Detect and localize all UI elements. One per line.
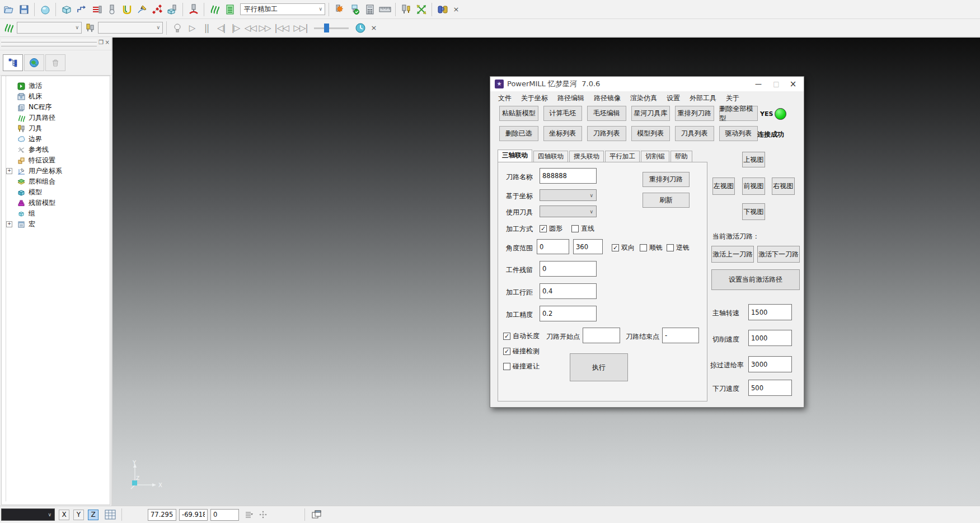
coordinate-x-input[interactable] [148, 509, 176, 521]
axis-x-button[interactable]: X [59, 510, 69, 520]
coord-dropdown[interactable]: ∨ [540, 189, 597, 201]
toolpath-select-dropdown[interactable]: ∨ [17, 22, 82, 34]
rewind-button[interactable]: ◁◁ [243, 23, 257, 33]
activate-next-toolpath-button[interactable]: 激活下一刀路 [757, 246, 800, 263]
menu-settings[interactable]: 设置 [667, 94, 680, 103]
sidebar-item-tools[interactable]: 刀具 [5, 123, 110, 134]
sidebar-item-boundaries[interactable]: 边界 [5, 134, 110, 144]
nc-list-icon[interactable] [223, 2, 237, 17]
paste-new-model-button[interactable]: 粘贴新模型 [499, 106, 538, 121]
checkbox-box[interactable] [667, 244, 674, 251]
drag-handle-icon[interactable] [256, 507, 270, 522]
tab-4axis[interactable]: 四轴联动 [533, 151, 568, 162]
checkbox-box[interactable]: ✓ [503, 333, 510, 340]
sidebar-item-models[interactable]: 模型 [5, 187, 110, 198]
tool-list-button[interactable]: 刀具列表 [675, 126, 714, 141]
slider-handle[interactable] [324, 24, 329, 32]
tool-select-dropdown[interactable]: ∨ [98, 22, 163, 34]
refresh-button[interactable]: 刷新 [643, 193, 690, 208]
delete-selected-button[interactable]: 删除已选 [499, 126, 538, 141]
render-ball-icon[interactable] [38, 2, 52, 17]
collision-check-icon[interactable] [120, 2, 134, 17]
delete-all-models-button[interactable]: 删除全部模型 [719, 106, 758, 121]
tool-pair-icon[interactable] [83, 21, 97, 35]
sim-clock-icon[interactable] [353, 21, 367, 35]
pattern-icon[interactable] [90, 2, 104, 17]
tool-pair-icon[interactable] [399, 2, 413, 17]
checkbox-box[interactable] [571, 225, 579, 232]
tab-help[interactable]: 帮助 [670, 151, 692, 162]
drive-list-button[interactable]: 驱动列表 [719, 126, 758, 141]
checkbox-collision-check[interactable]: ✓碰撞检测 [503, 347, 540, 356]
axis-y-button[interactable]: Y [73, 510, 84, 520]
model-list-button[interactable]: 模型列表 [631, 126, 670, 141]
coordinate-z-input[interactable] [210, 509, 239, 521]
drill-arc-icon[interactable] [186, 2, 200, 17]
checkbox-conventional[interactable]: 逆铣 [667, 243, 690, 253]
tab-explorer-world[interactable] [24, 54, 44, 71]
tab-saw[interactable]: 切割锯 [641, 151, 669, 162]
view-bottom-button[interactable]: 下视图 [742, 203, 765, 220]
fast-forward-button[interactable]: ▷▷ [258, 23, 271, 33]
checkbox-box[interactable] [503, 363, 510, 370]
list-icon[interactable] [242, 507, 256, 522]
points-scatter-icon[interactable] [150, 2, 164, 17]
go-to-end-button[interactable]: ▷▷| [292, 23, 310, 33]
toolpath-steps-icon[interactable] [74, 2, 88, 17]
angle-from-input[interactable] [537, 239, 569, 254]
go-to-start-button[interactable]: |◁◁ [273, 23, 290, 33]
rearrange-toolpaths-button[interactable]: 重排列刀路 [675, 106, 714, 121]
calc-block-button[interactable]: 计算毛坯 [543, 106, 583, 121]
tab-explorer-trash[interactable] [45, 54, 65, 71]
sidebar-item-groups[interactable]: 组 [5, 208, 110, 219]
play-button[interactable]: ▷ [185, 23, 199, 33]
spindle-speed-input[interactable] [748, 304, 792, 320]
tab-3axis[interactable]: 三轴联动 [498, 150, 532, 162]
tool-burst-icon[interactable] [332, 2, 346, 17]
toolpath-name-input[interactable] [540, 168, 597, 184]
menu-about[interactable]: 关于 [726, 94, 739, 103]
step-forward-button[interactable]: |▷ [229, 23, 242, 33]
toolbar-close-button[interactable]: × [451, 5, 462, 13]
save-icon[interactable] [17, 2, 31, 17]
panel-dock-icon[interactable]: ❐ [99, 39, 104, 45]
minimize-button[interactable]: — [750, 77, 767, 91]
sidebar-item-workplanes[interactable]: + 用户坐标系 [5, 166, 110, 176]
toolpath-spring-icon[interactable] [2, 21, 16, 35]
checkbox-circle[interactable]: ✓圆形 [540, 224, 562, 234]
checkbox-auto-length[interactable]: ✓自动长度 [503, 331, 540, 341]
view-left-button[interactable]: 左视图 [712, 178, 735, 195]
checkbox-box[interactable] [640, 244, 647, 251]
sidebar-item-feature-sets[interactable]: 特征设置 [5, 155, 110, 166]
coord-list-button[interactable]: 坐标列表 [543, 126, 583, 141]
sidebar-item-stock-models[interactable]: 残留模型 [5, 198, 110, 208]
ruler-icon[interactable] [378, 2, 392, 17]
lightbulb-icon[interactable] [170, 21, 184, 35]
ball-tool-icon[interactable] [105, 2, 119, 17]
block-edit-button[interactable]: 毛坯编辑 [587, 106, 626, 121]
coordinate-y-input[interactable] [179, 509, 208, 521]
execute-button[interactable]: 执行 [570, 353, 628, 381]
open-icon[interactable] [2, 2, 16, 17]
sidebar-item-toolpaths[interactable]: 刀具路径 [5, 113, 110, 123]
start-point-input[interactable] [583, 328, 620, 343]
pause-button[interactable]: || [200, 23, 213, 33]
tolerance-input[interactable] [540, 306, 597, 321]
plunge-feed-input[interactable] [748, 380, 792, 396]
grid-icon[interactable] [103, 507, 117, 522]
tool-check-icon[interactable] [348, 2, 362, 17]
strategy-dropdown[interactable]: 平行精加工 ∨ [240, 3, 325, 15]
activate-prev-toolpath-button[interactable]: 激活上一刀路 [711, 246, 754, 263]
move-arrows-icon[interactable] [414, 2, 428, 17]
checkbox-box[interactable]: ✓ [503, 348, 510, 355]
menu-path-mirror[interactable]: 路径镜像 [594, 94, 621, 103]
tool-dropdown[interactable]: ∨ [540, 206, 597, 217]
status-dropdown[interactable]: ∨ [1, 508, 55, 521]
skim-feed-input[interactable] [748, 356, 792, 372]
expander-icon[interactable]: + [6, 168, 12, 174]
tab-swivel[interactable]: 摆头联动 [569, 151, 604, 162]
checkbox-collision-avoid[interactable]: 碰撞避让 [503, 362, 540, 371]
view-front-button[interactable]: 前视图 [742, 178, 765, 195]
block-icon[interactable] [59, 2, 73, 17]
sidebar-item-macros[interactable]: + 宏 [5, 219, 110, 230]
